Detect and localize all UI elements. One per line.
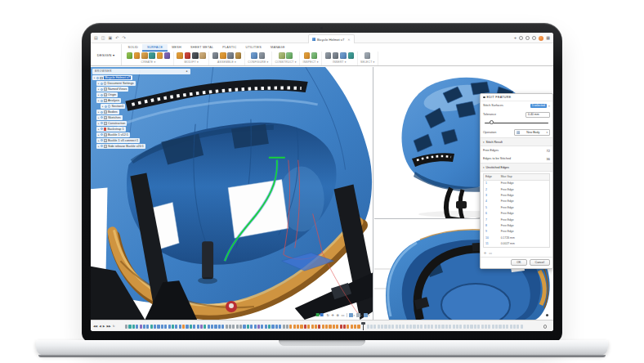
unstitched-edge-row[interactable]: 100.1726 mm xyxy=(484,235,549,240)
timeline-feature-future[interactable] xyxy=(481,325,484,329)
tool-icon[interactable] xyxy=(141,52,148,59)
timeline-feature[interactable] xyxy=(182,325,185,329)
timeline-feature[interactable] xyxy=(179,325,181,329)
tool-icon[interactable] xyxy=(348,52,355,59)
skip-start-icon[interactable]: ◀◀ xyxy=(93,325,97,329)
timeline-feature-future[interactable] xyxy=(453,325,455,329)
timeline-feature-future[interactable] xyxy=(435,325,437,329)
timeline-feature[interactable] xyxy=(208,325,210,329)
unstitched-edge-row[interactable]: 3Free Edge xyxy=(484,192,549,198)
timeline-feature-future[interactable] xyxy=(474,325,476,329)
timeline-feature-future[interactable] xyxy=(499,325,501,329)
timeline-feature[interactable] xyxy=(229,325,231,329)
browser-row[interactable]: ▸Buckle 1 v3 connect:1 xyxy=(96,138,200,143)
tool-icon[interactable] xyxy=(333,52,339,59)
timeline-feature-future[interactable] xyxy=(438,325,441,329)
timeline-feature[interactable] xyxy=(132,325,135,329)
timeline-feature[interactable] xyxy=(293,325,296,329)
timeline-feature-future[interactable] xyxy=(384,325,387,329)
timeline-feature[interactable] xyxy=(297,325,299,329)
timeline-feature-future[interactable] xyxy=(378,325,380,329)
timeline-feature[interactable] xyxy=(140,325,142,329)
zoom-icon[interactable]: ⊕ xyxy=(336,313,339,317)
timeline-feature[interactable] xyxy=(333,325,335,329)
timeline-feature-future[interactable] xyxy=(427,325,430,329)
timeline-feature[interactable] xyxy=(318,325,320,329)
timeline-feature-future[interactable] xyxy=(388,325,391,329)
timeline-feature[interactable] xyxy=(329,325,331,329)
ribbon-group-label[interactable]: CONSTRUCT ▾ xyxy=(275,60,296,64)
timeline-feature-future[interactable] xyxy=(396,325,398,329)
ribbon-tab-surface[interactable]: SURFACE xyxy=(142,44,167,52)
unstitched-edge-row[interactable]: 7Free Edge xyxy=(484,217,549,222)
cancel-button[interactable]: Cancel xyxy=(530,259,550,266)
browser-row[interactable]: ▸Buckle 1 v12:1 xyxy=(96,132,200,137)
tool-icon[interactable] xyxy=(286,52,293,59)
timeline-feature[interactable] xyxy=(243,325,245,329)
tool-icon[interactable] xyxy=(259,52,266,59)
timeline-feature-future[interactable] xyxy=(370,325,373,329)
browser-row[interactable]: ▸Bicycle Helmet v7 xyxy=(92,75,200,80)
timeline-feature[interactable] xyxy=(200,325,203,329)
unstitched-edge-row[interactable]: 8Free Edge xyxy=(484,222,549,228)
timeline-feature[interactable] xyxy=(271,325,274,329)
redo-icon[interactable]: ↷ xyxy=(122,35,125,41)
timeline-feature-future[interactable] xyxy=(441,325,444,329)
section-stitch-result[interactable]: ▾Stitch Result xyxy=(481,137,552,146)
browser-row[interactable]: ▸Analysis xyxy=(96,98,200,103)
unstitched-edge-row[interactable]: 110.0027 mm xyxy=(484,240,549,246)
ribbon-group-label[interactable]: INSPECT ▾ xyxy=(303,60,319,64)
tool-icon[interactable] xyxy=(364,52,371,59)
document-tab[interactable]: Bicycle Helmet v7 ✕ xyxy=(308,34,355,43)
timeline-feature[interactable] xyxy=(197,325,199,329)
tool-icon[interactable] xyxy=(212,52,219,59)
timeline-feature-future[interactable] xyxy=(521,325,523,329)
timeline-feature[interactable] xyxy=(136,325,138,329)
unstitched-edge-row[interactable]: 6Free Edge xyxy=(484,210,549,216)
tool-icon[interactable] xyxy=(251,52,257,59)
timeline-feature[interactable] xyxy=(239,325,242,329)
unstitched-edge-row[interactable]: 1Free Edge xyxy=(484,181,549,186)
tool-icon[interactable] xyxy=(340,52,347,59)
timeline-feature[interactable] xyxy=(172,325,174,329)
tolerance-slider[interactable] xyxy=(485,119,548,126)
tool-icon[interactable] xyxy=(199,52,206,59)
viewports-dropdown[interactable]: ▾ xyxy=(364,313,369,317)
timeline-feature-future[interactable] xyxy=(373,325,376,329)
ribbon-group-label[interactable]: ASSEMBLE ▾ xyxy=(217,60,236,64)
grid-settings-dropdown[interactable]: ▾ xyxy=(356,313,362,317)
timeline-feature[interactable] xyxy=(300,325,302,329)
menu-icon[interactable]: ▤ xyxy=(94,35,98,41)
bell-icon[interactable] xyxy=(525,36,530,40)
timeline-feature[interactable] xyxy=(351,325,353,329)
timeline-feature[interactable] xyxy=(190,325,192,329)
tool-icon[interactable] xyxy=(149,52,155,59)
tool-icon[interactable] xyxy=(311,52,318,59)
timeline-feature[interactable] xyxy=(322,325,324,329)
timeline-feature[interactable] xyxy=(128,325,131,329)
timeline-feature-future[interactable] xyxy=(399,325,401,329)
timeline-feature-future[interactable] xyxy=(477,325,480,329)
ribbon-tab-plastic[interactable]: PLASTIC xyxy=(218,44,241,52)
timeline-feature[interactable] xyxy=(150,325,153,329)
browser-row[interactable]: ▸Section1 xyxy=(101,104,200,109)
timeline-feature[interactable] xyxy=(214,325,217,329)
timeline-feature-future[interactable] xyxy=(381,325,383,329)
browser-row[interactable]: ▸Sketches xyxy=(96,115,200,120)
timeline-feature[interactable] xyxy=(221,325,224,329)
timeline-feature[interactable] xyxy=(311,325,314,329)
loop-icon[interactable]: ↻ xyxy=(113,325,115,329)
timeline-feature-future[interactable] xyxy=(517,325,519,329)
ribbon-tab-sheet-metal[interactable]: SHEET METAL xyxy=(186,44,218,52)
timeline-feature[interactable] xyxy=(157,325,159,329)
timeline-feature[interactable] xyxy=(236,325,239,329)
tool-icon[interactable] xyxy=(220,52,226,59)
timeline-feature-future[interactable] xyxy=(488,325,490,329)
orbit-icon[interactable]: ↻ xyxy=(326,313,329,317)
browser-row[interactable]: ▸Document Settings xyxy=(96,81,200,86)
timeline-feature[interactable] xyxy=(143,325,145,329)
timeline-feature[interactable] xyxy=(186,325,188,329)
timeline-feature[interactable] xyxy=(168,325,171,329)
ribbon-group-label[interactable]: SELECT ▾ xyxy=(360,60,374,64)
timeline-feature[interactable] xyxy=(343,325,346,329)
